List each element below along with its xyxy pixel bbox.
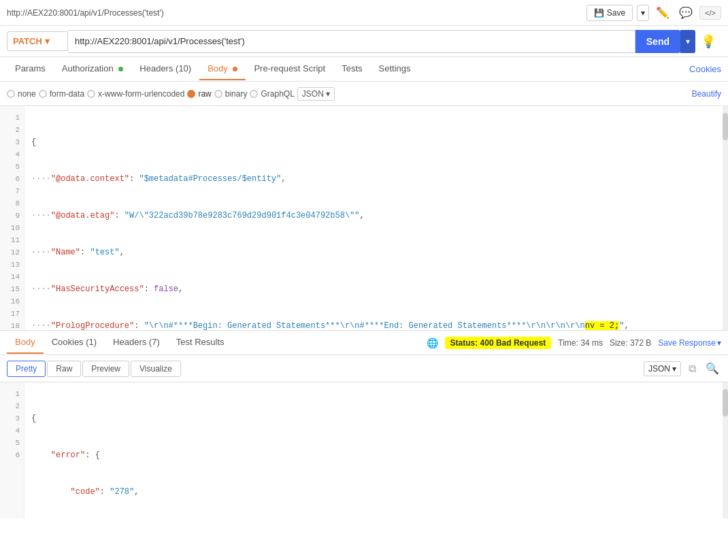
save-label: Save — [607, 8, 625, 18]
save-response-button[interactable]: Save Response ▾ — [658, 338, 721, 348]
code-tag[interactable]: </> — [699, 6, 721, 20]
response-time: Time: 34 ms — [558, 338, 603, 348]
code-area[interactable]: 1 2 3 4 5 6 7 8 9 10 11 12 13 14 15 16 1… — [0, 106, 728, 331]
url-bar: PATCH ▾ Send ▾ 💡 — [0, 26, 728, 57]
json-format-select[interactable]: JSON ▾ — [297, 87, 335, 101]
view-tab-pretty[interactable]: Pretty — [7, 361, 46, 377]
code-line-3: ····"@odata.etag": "W/\"322acd39b78e9283… — [31, 210, 728, 222]
code-line-6: ····"PrologProcedure": "\r\n#****Begin: … — [31, 320, 728, 331]
view-right-controls: JSON ▾ ⧉ 🔍 — [644, 360, 721, 377]
body-dot — [233, 67, 237, 71]
top-bar-url: http://AEX220:8001/api/v1/Processes('tes… — [7, 8, 164, 18]
resp-scrollbar[interactable] — [723, 382, 728, 518]
resp-tab-headers[interactable]: Headers (7) — [105, 331, 168, 354]
response-size: Size: 372 B — [610, 338, 651, 348]
resp-line-numbers: 1 2 3 4 5 6 — [0, 382, 24, 518]
response-tabs-bar: Body Cookies (1) Headers (7) Test Result… — [0, 331, 728, 355]
radio-formdata-icon — [39, 90, 47, 98]
search-icon-button[interactable]: 🔍 — [704, 360, 721, 377]
resp-json-chevron-icon: ▾ — [672, 364, 676, 374]
resp-tab-body[interactable]: Body — [7, 331, 44, 354]
view-tabs: Pretty Raw Preview Visualize JSON ▾ ⧉ 🔍 — [0, 355, 728, 382]
edit-icon-button[interactable]: ✏️ — [653, 3, 672, 22]
beautify-button[interactable]: Beautify — [692, 89, 721, 99]
resp-code-content: { "error": { "code": "278", "message": "… — [24, 382, 728, 518]
code-content[interactable]: { ····"@odata.context": "$metadata#Proce… — [24, 106, 728, 331]
authorization-dot — [118, 67, 123, 71]
url-input[interactable] — [68, 30, 635, 53]
radio-graphql-icon — [250, 90, 258, 98]
view-tab-visualize[interactable]: Visualize — [131, 361, 181, 377]
tab-body[interactable]: Body — [199, 58, 246, 80]
body-type-raw[interactable]: raw — [187, 89, 211, 99]
body-type-urlencoded[interactable]: x-www-form-urlencoded — [87, 89, 184, 99]
json-format-label: JSON — [302, 89, 324, 99]
resp-json-select[interactable]: JSON ▾ — [644, 361, 681, 376]
resp-tab-test-results[interactable]: Test Results — [168, 331, 233, 354]
hint-icon-button[interactable]: 💡 — [695, 31, 721, 52]
tab-tests[interactable]: Tests — [333, 58, 370, 80]
method-select[interactable]: PATCH ▾ — [7, 31, 68, 51]
copy-icon-button[interactable]: ⧉ — [686, 361, 698, 377]
resp-line-2: "error": { — [31, 449, 728, 461]
code-line-2: ····"@odata.context": "$metadata#Process… — [31, 173, 728, 185]
tab-pre-request-script[interactable]: Pre-request Script — [246, 58, 333, 80]
method-chevron-icon: ▾ — [45, 36, 50, 46]
tab-headers[interactable]: Headers (10) — [131, 58, 199, 80]
resp-json-label: JSON — [648, 364, 670, 374]
resp-tab-cookies[interactable]: Cookies (1) — [44, 331, 105, 354]
view-tab-raw[interactable]: Raw — [47, 361, 81, 377]
body-type-binary[interactable]: binary — [214, 89, 248, 99]
tab-params[interactable]: Params — [7, 58, 54, 80]
json-chevron-icon: ▾ — [326, 89, 330, 99]
code-line-5: ····"HasSecurityAccess": false, — [31, 283, 728, 295]
resp-line-3: "code": "278", — [31, 486, 728, 498]
request-tabs: Params Authorization Headers (10) Body P… — [0, 57, 728, 82]
resp-line-1: { — [31, 412, 728, 425]
editor-scrollbar[interactable] — [723, 106, 728, 330]
body-type-form-data[interactable]: form-data — [39, 89, 84, 99]
tab-settings[interactable]: Settings — [371, 58, 419, 80]
save-response-chevron-icon: ▾ — [717, 338, 721, 348]
save-chevron-button[interactable]: ▾ — [637, 5, 649, 21]
response-editor: 1 2 3 4 5 6 { "error": { "code": "278", … — [0, 382, 728, 518]
line-numbers: 1 2 3 4 5 6 7 8 9 10 11 12 13 14 15 16 1… — [0, 106, 24, 331]
status-badge: Status: 400 Bad Request — [445, 337, 552, 349]
resp-scrollbar-thumb[interactable] — [723, 389, 728, 416]
radio-urlencoded-icon — [87, 90, 95, 98]
comment-icon-button[interactable]: 💬 — [676, 3, 695, 22]
body-type-graphql[interactable]: GraphQL — [250, 89, 294, 99]
globe-icon: 🌐 — [427, 337, 438, 348]
resp-code-area[interactable]: 1 2 3 4 5 6 { "error": { "code": "278", … — [0, 382, 728, 518]
send-label: Send — [646, 36, 669, 47]
radio-none-icon — [7, 90, 15, 98]
top-bar: http://AEX220:8001/api/v1/Processes('tes… — [0, 0, 728, 26]
save-icon: 💾 — [594, 8, 604, 18]
editor-scrollbar-thumb[interactable] — [723, 113, 728, 140]
top-bar-left: http://AEX220:8001/api/v1/Processes('tes… — [7, 8, 164, 18]
code-line-4: ····"Name": "test", — [31, 246, 728, 259]
send-chevron-button[interactable]: ▾ — [680, 30, 695, 53]
send-button[interactable]: Send — [635, 30, 680, 53]
radio-raw-icon — [187, 90, 195, 98]
method-label: PATCH — [13, 36, 42, 46]
top-bar-right: 💾 Save ▾ ✏️ 💬 </> — [586, 3, 721, 22]
radio-binary-icon — [214, 90, 222, 98]
cookies-link[interactable]: Cookies — [689, 64, 721, 74]
request-editor: 1 2 3 4 5 6 7 8 9 10 11 12 13 14 15 16 1… — [0, 106, 728, 331]
view-tab-preview[interactable]: Preview — [82, 361, 129, 377]
tab-authorization[interactable]: Authorization — [54, 58, 132, 80]
code-line-1: { — [31, 136, 728, 148]
response-meta: 🌐 Status: 400 Bad Request Time: 34 ms Si… — [427, 337, 721, 349]
body-type-none[interactable]: none — [7, 89, 36, 99]
body-types-bar: none form-data x-www-form-urlencoded raw… — [0, 82, 728, 106]
save-button[interactable]: 💾 Save — [586, 5, 633, 21]
